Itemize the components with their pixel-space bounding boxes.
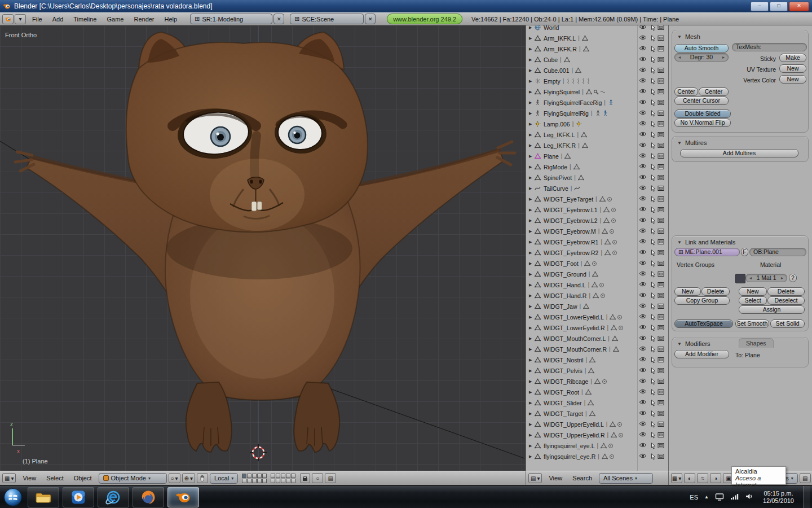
- pivot-point-icon[interactable]: ⊕▾: [182, 473, 195, 483]
- visibility-eye-icon[interactable]: [639, 67, 647, 72]
- menubar-item[interactable]: Render: [129, 16, 159, 23]
- uv-texture-new-button[interactable]: New: [779, 64, 806, 73]
- selectability-cursor-icon[interactable]: [651, 228, 656, 235]
- blender-org-button[interactable]: www.blender.org 249.2: [387, 14, 462, 24]
- selectability-cursor-icon[interactable]: [651, 389, 656, 396]
- selectability-cursor-icon[interactable]: [651, 132, 656, 138]
- expand-icon[interactable]: ▶: [529, 208, 535, 212]
- set-solid-button[interactable]: Set Solid: [770, 319, 805, 328]
- expand-icon[interactable]: ▶: [529, 229, 535, 234]
- view3d-menu[interactable]: Object: [69, 475, 97, 481]
- select-button[interactable]: Select: [739, 296, 767, 305]
- expand-icon[interactable]: ▶: [529, 154, 535, 159]
- object-name[interactable]: WIDGT_Eyebrow.R1: [544, 239, 598, 246]
- renderability-icon[interactable]: [657, 174, 664, 181]
- expand-icon[interactable]: ▶: [529, 58, 535, 62]
- renderability-icon[interactable]: [657, 25, 664, 30]
- object-name[interactable]: WIDGT_Slider: [544, 400, 582, 406]
- selectability-cursor-icon[interactable]: [651, 239, 656, 246]
- visibility-eye-icon[interactable]: [639, 421, 647, 426]
- visibility-eye-icon[interactable]: [639, 132, 647, 137]
- outliner-row[interactable]: ▶WIDGT_Hand.R|: [526, 290, 669, 301]
- renderability-icon[interactable]: [657, 357, 664, 363]
- center-button[interactable]: Center: [674, 87, 698, 96]
- outliner-row[interactable]: ▶flyingsquirrel_eye.R|: [526, 451, 669, 462]
- object-name[interactable]: FlyingSquirrelRig: [544, 110, 589, 117]
- selectability-cursor-icon[interactable]: [651, 378, 656, 385]
- context-script-icon[interactable]: ≈: [697, 473, 708, 483]
- expand-icon[interactable]: ▶: [529, 133, 535, 137]
- object-name[interactable]: WIDGT_Pelvis: [544, 367, 582, 374]
- selectability-cursor-icon[interactable]: [651, 453, 656, 460]
- expand-icon[interactable]: ▶: [529, 390, 535, 395]
- outliner-row[interactable]: ▶WIDGT_Slider|: [526, 397, 669, 408]
- add-modifier-button[interactable]: Add Modifier: [674, 350, 729, 358]
- selectability-cursor-icon[interactable]: [651, 196, 656, 203]
- object-name[interactable]: SpinePivot: [544, 174, 572, 181]
- object-name[interactable]: Cube: [544, 56, 558, 63]
- material-help-button[interactable]: ?: [789, 274, 797, 282]
- view3d-menu[interactable]: View: [17, 475, 41, 481]
- screen-unlink-icon[interactable]: ✕: [273, 14, 284, 24]
- outliner-row[interactable]: ▶Cube.001|: [526, 65, 669, 76]
- outliner-row[interactable]: ▶SpinePivot|: [526, 172, 669, 183]
- outliner-row[interactable]: ▶WIDGT_Foot|: [526, 258, 669, 269]
- tab-shapes[interactable]: Shapes: [739, 338, 774, 348]
- increment-icon[interactable]: ▸: [781, 274, 783, 282]
- layer-toggle[interactable]: [281, 479, 285, 483]
- expand-icon[interactable]: ▶: [529, 369, 535, 373]
- editor-type-icon[interactable]: ▦ ▾: [671, 473, 682, 483]
- expand-icon[interactable]: ▶: [529, 283, 535, 287]
- layer-toggle[interactable]: [252, 474, 257, 478]
- language-indicator[interactable]: ES: [690, 494, 698, 501]
- outliner-menu[interactable]: View: [544, 475, 567, 481]
- scene-unlink-icon[interactable]: ✕: [365, 14, 376, 24]
- outliner-row[interactable]: ▶WIDGT_Ribcage|: [526, 376, 669, 387]
- visibility-eye-icon[interactable]: [639, 346, 647, 351]
- visibility-eye-icon[interactable]: [639, 174, 647, 179]
- visibility-eye-icon[interactable]: [639, 400, 647, 405]
- collapse-icon[interactable]: ▼: [677, 141, 682, 146]
- fake-user-button[interactable]: F: [741, 248, 748, 256]
- outliner-row[interactable]: ▶WIDGT_Pelvis|: [526, 365, 669, 376]
- visibility-eye-icon[interactable]: [639, 378, 647, 383]
- layer-toggle[interactable]: [291, 479, 295, 483]
- selectability-cursor-icon[interactable]: [651, 443, 656, 449]
- outliner-row[interactable]: ▶WIDGT_Root|: [526, 387, 669, 397]
- maximize-button[interactable]: □: [770, 2, 788, 11]
- outliner-row[interactable]: ▶WIDGT_Eyebrow.R2|: [526, 247, 669, 258]
- object-name[interactable]: WIDGT_Hand.L: [544, 282, 586, 288]
- taskbar-app-windows-explorer[interactable]: [28, 487, 59, 507]
- collapse-icon[interactable]: ▼: [677, 341, 682, 347]
- visibility-eye-icon[interactable]: [639, 303, 647, 308]
- object-name[interactable]: TailCurve: [544, 185, 568, 192]
- visibility-eye-icon[interactable]: [639, 228, 647, 233]
- selectability-cursor-icon[interactable]: [651, 367, 656, 374]
- double-sided-toggle[interactable]: Double Sided: [674, 110, 731, 118]
- volume-icon[interactable]: [745, 493, 753, 501]
- selectability-cursor-icon[interactable]: [651, 89, 656, 95]
- outliner-row[interactable]: ▶WIDGT_UpperEyelid.R|: [526, 430, 669, 440]
- visibility-eye-icon[interactable]: [639, 46, 647, 51]
- layer-toggle[interactable]: [247, 479, 251, 483]
- selectability-cursor-icon[interactable]: [651, 292, 656, 299]
- outliner-row[interactable]: ▶WIDGT_LowerEyelid.L|: [526, 312, 669, 322]
- expand-icon[interactable]: ▶: [529, 100, 535, 105]
- outliner-row[interactable]: ▶FlyingSquirrelRig|: [526, 108, 669, 119]
- network-icon[interactable]: [730, 493, 739, 501]
- menubar-item[interactable]: Timeline: [68, 16, 102, 23]
- visibility-eye-icon[interactable]: [639, 271, 647, 276]
- expand-icon[interactable]: ▶: [529, 197, 535, 202]
- renderability-icon[interactable]: [657, 207, 664, 213]
- auto-smooth-button[interactable]: Auto Smooth: [674, 44, 729, 52]
- renderability-icon[interactable]: [657, 249, 664, 256]
- visibility-eye-icon[interactable]: [639, 25, 647, 29]
- object-name[interactable]: WIDGT_EyeTarget: [544, 196, 593, 203]
- orientation-select[interactable]: Local ▾: [210, 473, 238, 484]
- renderability-icon[interactable]: [657, 453, 664, 459]
- collapse-icon[interactable]: ▼: [677, 34, 682, 40]
- screen-selector[interactable]: ⊞ SR:1-Modeling: [190, 14, 272, 24]
- selectability-cursor-icon[interactable]: [651, 78, 656, 85]
- texmesh-field[interactable]: TexMesh:: [732, 43, 807, 51]
- expand-icon[interactable]: ▶: [529, 358, 535, 362]
